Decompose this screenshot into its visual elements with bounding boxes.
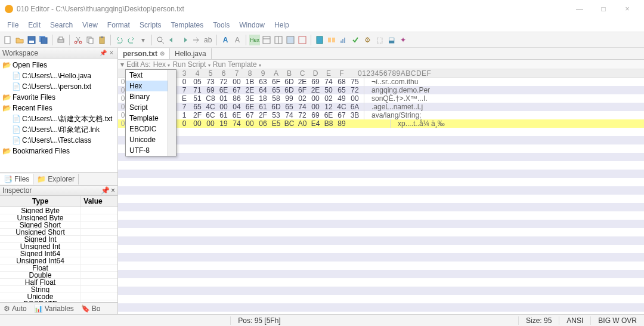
bookmarked-files-node[interactable]: 📂Bookmarked Files	[1, 146, 116, 156]
hex-row[interactable]: 00771696E672E64656D6F2E506572angqing.dem…	[118, 86, 644, 94]
copy-icon[interactable]	[85, 35, 95, 45]
find-prev-icon[interactable]	[167, 35, 178, 45]
print-icon[interactable]	[55, 35, 66, 45]
hex-row[interactable]: 00E51C801863E1858990200024900sonQÈ.†>.X™…	[118, 94, 644, 103]
hex-row[interactable]: 000000019740006E5BCA0E4B889xp....t..å¼ ä…	[118, 119, 644, 128]
folder-icon: 📂	[2, 147, 11, 155]
scrollbar[interactable]	[168, 70, 176, 156]
file-node[interactable]: 📄C:\Users\...\印象笔记.lnk	[1, 124, 116, 135]
menu-edit[interactable]: Edit	[23, 21, 45, 29]
file-node[interactable]: 📄C:\Users\...\Hello.java	[1, 70, 116, 81]
redo-icon[interactable]	[126, 35, 137, 45]
inspector-row[interactable]: Unsigned Int64	[0, 257, 117, 265]
hex-editor[interactable]: 3456789ABCDEF 0123456789ABCDEF 000057372…	[118, 69, 644, 314]
tool3-icon[interactable]: ⬓	[386, 35, 397, 45]
find-icon[interactable]	[155, 35, 166, 45]
compare-icon[interactable]	[326, 35, 337, 45]
statusbar: Pos: 95 [5Fh] Size: 95 ANSI BIG W OVR	[0, 314, 644, 326]
font-icon[interactable]: A	[220, 35, 231, 45]
paste-icon[interactable]	[97, 35, 107, 45]
layout1-icon[interactable]	[261, 35, 272, 45]
panel-close-icon[interactable]: ×	[111, 186, 115, 195]
checksum-icon[interactable]	[350, 35, 361, 45]
hex-row[interactable]: 000057372001B636F6D2E69746875¬í..sr..com…	[118, 78, 644, 86]
inspector-row[interactable]: Unsigned Short	[0, 229, 117, 236]
find-next-icon[interactable]	[179, 35, 190, 45]
inspector-row[interactable]: String	[0, 286, 117, 293]
workspace-header: Workspace 📌 ×	[0, 48, 117, 59]
goto-icon[interactable]	[191, 35, 202, 45]
menu-templates[interactable]: Templates	[166, 21, 209, 29]
replace-icon[interactable]: ab	[203, 35, 213, 45]
tab-bookmarks[interactable]: 🔖Bo	[78, 303, 104, 314]
edit-as-dropdown[interactable]: Hex ▾	[153, 60, 171, 69]
col-type[interactable]: Type	[0, 196, 81, 207]
minimize-button[interactable]: —	[568, 5, 592, 13]
maximize-button[interactable]: □	[592, 5, 615, 13]
tab-hello[interactable]: Hello.java	[170, 48, 212, 59]
tab-person[interactable]: person.txt ⊗	[118, 48, 170, 59]
run-script-dropdown[interactable]: Run Script ▾	[172, 60, 210, 69]
inspector-row[interactable]: Half Float	[0, 279, 117, 286]
file-node[interactable]: 📄C:\Users\...\Test.class	[1, 135, 116, 146]
run-template-dropdown[interactable]: Run Template ▾	[213, 60, 261, 69]
cut-icon[interactable]	[73, 35, 83, 45]
undo-icon[interactable]	[114, 35, 125, 45]
tool1-icon[interactable]: ⚙	[362, 35, 373, 45]
tab-auto[interactable]: ⚙Auto	[0, 303, 30, 314]
close-button[interactable]: ×	[615, 5, 639, 13]
menu-view[interactable]: View	[78, 21, 103, 29]
histogram-icon[interactable]	[338, 35, 349, 45]
workspace-title: Workspace	[2, 49, 38, 57]
inspector-row[interactable]: Unsigned Int	[0, 243, 117, 250]
recent-files-node[interactable]: 📂Recent Files	[1, 103, 116, 113]
panel-close-icon[interactable]: ×	[108, 50, 115, 57]
layout2-icon[interactable]	[273, 35, 284, 45]
layout3-icon[interactable]	[285, 35, 296, 45]
font-dec-icon[interactable]: A	[232, 35, 243, 45]
tab-files[interactable]: 📑Files	[0, 174, 33, 184]
layout4-icon[interactable]	[297, 35, 308, 45]
panel-pin-icon[interactable]: 📌	[100, 50, 107, 57]
file-tabs: person.txt ⊗ Hello.java	[118, 48, 644, 60]
inspector-row[interactable]: Unicode	[0, 293, 117, 300]
menu-search[interactable]: Search	[45, 21, 78, 29]
file-node[interactable]: 📄C:\Users\...\新建文本文档.txt	[1, 113, 116, 124]
favorite-files-node[interactable]: 📂Favorite Files	[1, 92, 116, 103]
tab-explorer[interactable]: 📁Explorer	[33, 174, 79, 184]
menu-format[interactable]: Format	[103, 21, 135, 29]
file-node[interactable]: 📄C:\Users\...\person.txt	[1, 81, 116, 92]
menu-help[interactable]: Help	[270, 21, 294, 29]
tab-close-icon[interactable]: ⊗	[160, 50, 165, 57]
inspector-row[interactable]: Float	[0, 265, 117, 272]
inspector-row[interactable]: Double	[0, 272, 117, 279]
open-files-node[interactable]: 📂Open Files	[1, 60, 116, 70]
col-value[interactable]: Value	[81, 196, 105, 207]
inspector-row[interactable]: Unsigned Byte	[0, 214, 117, 222]
save-all-icon[interactable]	[38, 35, 49, 45]
tool2-icon[interactable]: ⬚	[374, 35, 385, 45]
folder-icon: 📂	[2, 61, 11, 69]
hex-row[interactable]: 007654C00046E616D657400124C6A.ageL..name…	[118, 103, 644, 111]
dropdown-arrow-icon[interactable]: ▾	[138, 35, 148, 45]
svg-line-14	[162, 41, 164, 44]
inspector-row[interactable]: Signed Int	[0, 236, 117, 243]
open-icon[interactable]	[14, 35, 25, 45]
new-icon[interactable]	[2, 35, 13, 45]
menu-window[interactable]: Window	[234, 21, 270, 29]
menu-scripts[interactable]: Scripts	[135, 21, 166, 29]
menu-tools[interactable]: Tools	[208, 21, 234, 29]
hex-row[interactable]: 0012F6C616E672F537472696E673Bava/lang/St…	[118, 111, 644, 119]
inspector-row[interactable]: Signed Byte	[0, 207, 117, 214]
file-icon: 📄	[12, 115, 20, 123]
menu-file[interactable]: File	[2, 21, 23, 29]
chevron-down-icon: ▾	[168, 63, 170, 68]
hex-mode-icon[interactable]: Hex	[249, 35, 260, 45]
panel-pin-icon[interactable]: 📌	[101, 186, 110, 195]
inspector-row[interactable]: Signed Short	[0, 222, 117, 229]
inspector-row[interactable]: Signed Int64	[0, 250, 117, 257]
tool4-icon[interactable]: ✦	[398, 35, 408, 45]
save-icon[interactable]	[26, 35, 37, 45]
calc-icon[interactable]	[314, 35, 325, 45]
tab-variables[interactable]: 📊Variables	[30, 303, 78, 314]
